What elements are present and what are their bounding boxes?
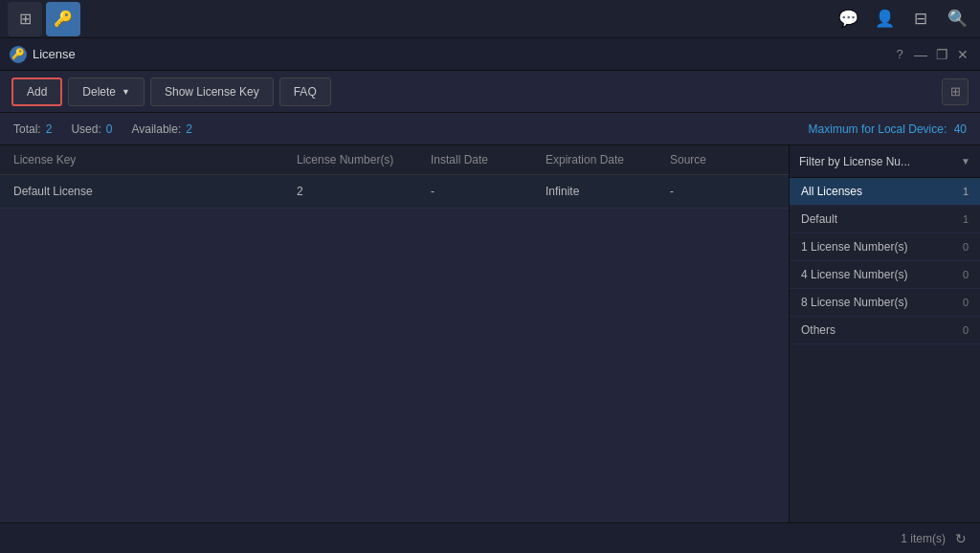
- show-license-key-button[interactable]: Show License Key: [150, 77, 274, 106]
- sidebar-item-label: All Licenses: [801, 185, 862, 198]
- grid-icon[interactable]: ⊞: [8, 2, 42, 36]
- window-controls: ? — ❐ ✕: [892, 47, 970, 62]
- sidebar-item-count: 0: [955, 269, 969, 280]
- sidebar-item-count: 0: [955, 324, 969, 336]
- max-label: Maximum for Local Device:: [809, 122, 947, 136]
- close-button[interactable]: ✕: [955, 47, 970, 62]
- available-value: 2: [186, 122, 192, 136]
- used-stat: Used: 0: [71, 122, 112, 136]
- sidebar-item-count: 0: [955, 297, 969, 308]
- window-title-text: License: [33, 47, 76, 61]
- search-icon[interactable]: 🔍: [942, 4, 972, 34]
- max-value: 40: [954, 122, 967, 136]
- total-stat: Total: 2: [13, 122, 52, 136]
- main-content: License Key License Number(s) Install Da…: [0, 145, 980, 522]
- sidebar-item-8-license[interactable]: 8 License Number(s) 0: [790, 289, 980, 317]
- help-button[interactable]: ?: [892, 47, 907, 62]
- available-stat: Available: 2: [131, 122, 192, 136]
- sidebar-item-1-license[interactable]: 1 License Number(s) 0: [790, 233, 980, 261]
- col-install-date: Install Date: [431, 153, 546, 166]
- license-window: 🔑 License ? — ❐ ✕ Add Delete ▼ Show Lice…: [0, 38, 980, 553]
- col-license-key: License Key: [13, 153, 297, 166]
- windows-icon[interactable]: ⊟: [905, 4, 936, 34]
- max-stat: Maximum for Local Device: 40: [809, 122, 967, 136]
- table-row[interactable]: Default License 2 - Infinite -: [0, 175, 789, 209]
- cell-expiration-date: Infinite: [546, 185, 670, 198]
- available-label: Available:: [131, 122, 181, 136]
- minimize-button[interactable]: —: [913, 47, 928, 62]
- top-bar-right: 💬 👤 ⊟ 🔍: [833, 4, 972, 34]
- sidebar-item-label: 8 License Number(s): [801, 296, 907, 309]
- sidebar-item-default[interactable]: Default 1: [790, 206, 980, 233]
- sidebar-item-count: 1: [955, 186, 969, 197]
- sidebar: Filter by License Nu... ▼ All Licenses 1…: [789, 145, 980, 522]
- footer: 1 item(s) ↻: [0, 522, 980, 553]
- cell-install-date: -: [431, 185, 546, 198]
- total-value: 2: [46, 122, 53, 136]
- total-label: Total:: [13, 122, 41, 136]
- col-expiration-date: Expiration Date: [546, 153, 670, 166]
- user-icon[interactable]: 👤: [869, 4, 900, 34]
- cell-license-numbers: 2: [297, 185, 431, 198]
- filter-header-label: Filter by License Nu...: [799, 155, 910, 168]
- chat-icon[interactable]: 💬: [833, 4, 863, 34]
- item-count: 1 item(s): [901, 532, 946, 545]
- used-value: 0: [106, 122, 113, 136]
- table-area: License Key License Number(s) Install Da…: [0, 145, 789, 522]
- sidebar-item-count: 1: [955, 213, 969, 225]
- maximize-button[interactable]: ❐: [934, 47, 949, 62]
- filter-dropdown-arrow: ▼: [961, 156, 970, 166]
- sidebar-item-label: 4 License Number(s): [801, 268, 907, 281]
- top-bar: ⊞ 🔑 💬 👤 ⊟ 🔍: [0, 0, 980, 38]
- sidebar-item-others[interactable]: Others 0: [790, 317, 980, 344]
- faq-button[interactable]: FAQ: [279, 77, 331, 106]
- delete-button[interactable]: Delete ▼: [68, 77, 145, 106]
- app-icon: 🔑: [10, 46, 27, 63]
- key-icon[interactable]: 🔑: [46, 2, 80, 36]
- cell-source: -: [670, 185, 775, 198]
- sidebar-item-label: Default: [801, 212, 837, 226]
- stats-bar: Total: 2 Used: 0 Available: 2 Maximum fo…: [0, 113, 980, 145]
- add-button[interactable]: Add: [11, 77, 62, 106]
- sidebar-item-count: 0: [955, 241, 969, 253]
- sidebar-item-label: 1 License Number(s): [801, 240, 907, 254]
- top-bar-left: ⊞ 🔑: [8, 2, 80, 36]
- sidebar-item-all-licenses[interactable]: All Licenses 1: [790, 178, 980, 206]
- cell-license-key: Default License: [13, 185, 297, 198]
- col-source: Source: [670, 153, 775, 166]
- sidebar-item-4-license[interactable]: 4 License Number(s) 0: [790, 261, 980, 289]
- sidebar-header[interactable]: Filter by License Nu... ▼: [790, 145, 980, 178]
- col-license-numbers: License Number(s): [297, 153, 431, 166]
- window-title-area: 🔑 License: [10, 46, 76, 63]
- delete-dropdown-arrow: ▼: [122, 87, 130, 97]
- window-titlebar: 🔑 License ? — ❐ ✕: [0, 38, 980, 71]
- table-body: Default License 2 - Infinite -: [0, 175, 789, 522]
- used-label: Used:: [71, 122, 100, 136]
- refresh-button[interactable]: ↻: [955, 531, 967, 546]
- view-toggle-button[interactable]: ⊞: [942, 78, 969, 105]
- toolbar: Add Delete ▼ Show License Key FAQ ⊞: [0, 71, 980, 113]
- table-header: License Key License Number(s) Install Da…: [0, 145, 789, 175]
- sidebar-item-label: Others: [801, 323, 835, 337]
